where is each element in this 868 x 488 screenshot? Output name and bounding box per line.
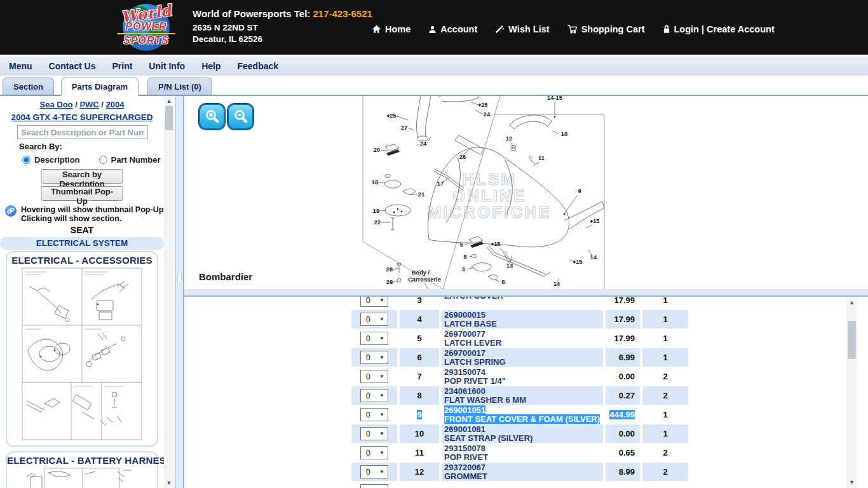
diagram-callout[interactable]: 10 <box>561 131 567 137</box>
tab-section[interactable]: Section <box>3 78 54 96</box>
section-card-electrical-accessories[interactable]: ELECTRICAL - ACCESSORIES <box>6 251 158 447</box>
tab-parts-diagram[interactable]: Parts Diagram <box>61 78 139 96</box>
nav-login[interactable]: Login | Create Account <box>663 24 775 34</box>
scroll-up-arrow[interactable]: ▲ <box>846 299 857 306</box>
radio-description[interactable]: Description <box>22 155 80 165</box>
table-row[interactable]: 0▼6269700017LATCH SPRING6.991 <box>351 348 688 367</box>
info-link-icon[interactable] <box>5 205 17 217</box>
pane-divider[interactable] <box>175 96 184 488</box>
breadcrumb-link[interactable]: 2004 <box>106 100 125 109</box>
qty-select[interactable]: 0▼ <box>360 351 388 364</box>
qty-select[interactable]: 0▼ <box>360 297 388 307</box>
diagram-callout[interactable]: 12 <box>506 135 512 142</box>
horizontal-pane-divider[interactable] <box>184 289 868 297</box>
qty-select[interactable]: 0▼ <box>360 370 388 383</box>
diagram-callout[interactable]: 14-15 <box>547 96 562 101</box>
qty-select[interactable]: 0▼ <box>360 408 388 421</box>
diagram-callout[interactable]: 18 <box>372 179 378 186</box>
model-link[interactable]: 2004 GTX 4-TEC SUPERCHARGED <box>0 112 164 122</box>
menu-item-unit-info[interactable]: Unit Info <box>149 61 185 71</box>
store-phone[interactable]: 217-423-6521 <box>313 8 372 19</box>
zoom-out-button[interactable] <box>227 104 254 130</box>
diagram-callout[interactable]: 17 <box>437 180 444 187</box>
diagram-callout[interactable]: Body / <box>412 269 430 276</box>
sidebar-scrollbar[interactable]: ▲ ▼ <box>164 96 174 488</box>
search-input[interactable] <box>17 125 148 139</box>
zoom-in-button[interactable] <box>199 104 225 130</box>
parts-list-pane: 0▼3LATCH COVER17.9910▼4269000015LATCH BA… <box>184 297 857 488</box>
table-row[interactable]: 0▼7293150074POP RIVET 1/4"0.002 <box>351 367 688 386</box>
diagram-callout[interactable]: 19 <box>373 208 379 214</box>
search-by-description-button[interactable]: Search by Description <box>41 169 123 184</box>
qty-select[interactable]: 0▼ <box>360 389 388 402</box>
qty-select[interactable]: 0▼ <box>360 427 388 440</box>
scroll-down-arrow[interactable]: ▼ <box>164 479 174 487</box>
diagram-callout[interactable]: ♦25 <box>478 102 487 108</box>
nav-cart[interactable]: Shopping Cart <box>567 24 645 34</box>
thumbnail-popup-button[interactable]: Thumbnail Pop-Up <box>41 186 123 201</box>
scroll-down-arrow[interactable]: ▼ <box>846 478 857 486</box>
nav-home[interactable]: Home <box>372 24 410 34</box>
menu-item-help[interactable]: Help <box>201 61 220 71</box>
qty-select[interactable]: 0▼ <box>360 313 388 326</box>
qty-select[interactable]: 0▼ <box>360 465 388 478</box>
diagram-callout[interactable]: 21 <box>418 191 424 198</box>
scroll-thumb[interactable] <box>848 321 856 359</box>
radio-part-number[interactable]: Part Number <box>99 155 161 165</box>
diagram-callout[interactable]: ♦15 <box>573 259 582 265</box>
diagram-callout[interactable]: 5 <box>459 241 463 248</box>
nav-wishlist[interactable]: Wish List <box>495 24 549 34</box>
diagram-callout[interactable]: ♦15 <box>491 241 500 247</box>
diagram-callout[interactable]: 3 <box>461 266 465 273</box>
diagram-callout[interactable]: ♦15 <box>590 218 599 224</box>
diagram-callout[interactable]: 29 <box>386 279 393 285</box>
table-scrollbar[interactable]: ▲ ▼ <box>846 297 857 488</box>
diagram-callout[interactable]: 8 <box>463 254 466 260</box>
qty-select[interactable]: 0▼ <box>360 446 388 459</box>
parts-diagram-drawing[interactable]: HLSMONLINEMICROFICHE <box>362 96 607 289</box>
diagram-callout[interactable]: 13 <box>506 262 513 269</box>
qty-select[interactable]: 0▼ <box>360 332 388 345</box>
diagram-callout[interactable]: 27 <box>401 125 407 131</box>
table-row[interactable]: 0▼12293720067GROMMET8.992 <box>351 463 688 482</box>
breadcrumb-link[interactable]: PWC <box>79 100 98 109</box>
section-thumbnail[interactable] <box>7 468 157 488</box>
section-thumbnail[interactable] <box>7 268 157 440</box>
diagram-callout[interactable]: 26 <box>459 154 466 160</box>
menu-item-menu[interactable]: Menu <box>9 61 32 71</box>
part-number: 234061600 <box>444 387 603 396</box>
breadcrumb-link[interactable]: Sea Doo <box>40 100 73 109</box>
menu-item-contact-us[interactable]: Contact Us <box>49 61 96 71</box>
diagram-callout[interactable]: 14 <box>553 281 560 287</box>
diagram-callout[interactable]: ♦25 <box>386 112 396 119</box>
diagram-callout[interactable]: 6 <box>501 279 505 285</box>
diagram-callout[interactable]: 22 <box>374 219 381 226</box>
scroll-up-arrow[interactable]: ▲ <box>164 97 174 105</box>
system-header[interactable]: ELECTRICAL SYSTEM <box>0 237 164 250</box>
nav-account[interactable]: Account <box>428 24 477 34</box>
parts-diagram-pane: Bombardier HLSMONLINEMICROFICHE <box>184 96 868 289</box>
table-row[interactable]: 0▼3LATCH COVER17.991 <box>351 297 688 310</box>
diagram-callout[interactable]: 24 <box>484 111 491 118</box>
scroll-thumb[interactable] <box>165 106 173 130</box>
diagram-callout[interactable]: 9 <box>578 188 581 194</box>
table-row[interactable]: 0▼9269001051FRONT SEAT COVER & FOAM (SIL… <box>351 405 688 424</box>
diagram-callout[interactable]: 11 <box>538 155 545 161</box>
diagram-callout[interactable]: 14 <box>590 254 597 261</box>
tab-p-n-list-0-[interactable]: P/N List (0) <box>147 78 212 96</box>
table-row[interactable]: 0▼8234061600FLAT WASHER 6 MM0.272 <box>351 386 688 405</box>
table-row[interactable]: 0▼10269001081SEAT STRAP (SILVER)0.001 <box>351 424 688 444</box>
table-row[interactable]: 0▼4269000015LATCH BASE17.991 <box>351 310 688 329</box>
table-row[interactable]: 0▼11293150078POP RIVET0.652 <box>351 444 688 463</box>
diagram-callout[interactable]: 20 <box>374 147 380 153</box>
diagram-callout[interactable]: 28 <box>386 266 393 273</box>
diagram-callout[interactable]: 24 <box>420 140 427 147</box>
diagram-callout[interactable]: Carrosserie <box>408 276 441 283</box>
section-card-title[interactable]: ELECTRICAL - ACCESSORIES <box>7 255 157 266</box>
section-card-title[interactable]: ELECTRICAL - BATTERY HARNESS <box>7 455 157 466</box>
table-row[interactable]: 0▼5269700077LATCH LEVER17.991 <box>351 329 688 348</box>
section-card-electrical-battery-harness[interactable]: ELECTRICAL - BATTERY HARNESS <box>6 451 158 488</box>
menu-item-print[interactable]: Print <box>112 61 132 71</box>
menu-item-feedback[interactable]: Feedback <box>237 61 278 71</box>
breadcrumb[interactable]: Sea Doo / PWC / 2004 <box>0 100 164 109</box>
